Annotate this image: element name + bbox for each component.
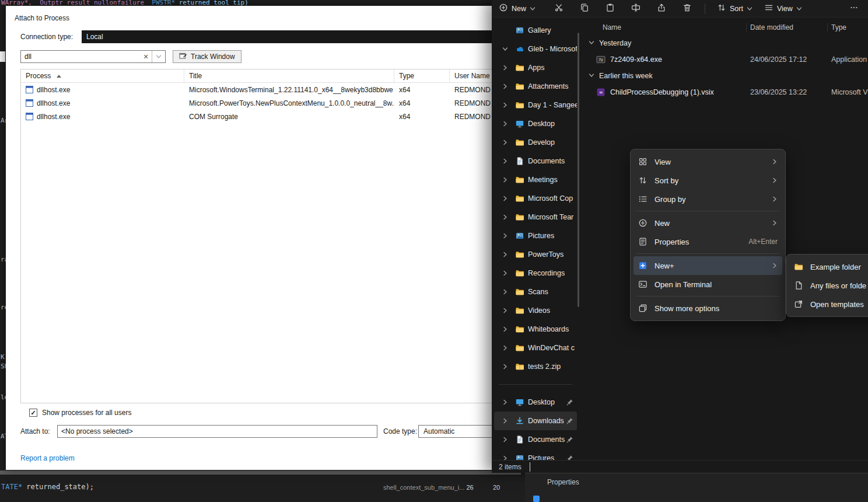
new-button[interactable]: New (499, 3, 536, 14)
sidebar-item-develop[interactable]: Develop (494, 133, 577, 152)
copy-button[interactable] (573, 3, 596, 14)
chevron-down-icon[interactable] (502, 46, 510, 52)
chevron-right-icon[interactable] (502, 399, 510, 405)
file-groups: Yesterday 7z 7z2409-x64.exe 24/06/2025 1… (583, 35, 868, 100)
sidebar-item-scans[interactable]: Scans (494, 283, 577, 301)
process-table-header[interactable]: Process Title Type User Name (21, 69, 568, 83)
chevron-right-icon[interactable] (502, 121, 510, 127)
rename-button[interactable] (624, 3, 648, 14)
sidebar-item-videos[interactable]: Videos (494, 301, 577, 320)
sidebar-item-documents[interactable]: Documents (494, 152, 577, 170)
sort-button[interactable]: Sort (711, 3, 758, 14)
sidebar-item-documents[interactable]: Documents (494, 430, 577, 449)
clear-filter-icon[interactable]: ✕ (140, 53, 152, 61)
sidebar-item-windevchat-c[interactable]: WinDevChat c (494, 339, 577, 357)
menu-item-new[interactable]: New+ (634, 256, 782, 275)
sidebar-item-tests-2-zip[interactable]: tests 2.zip (494, 357, 577, 376)
connection-type-row: Connection type: Local (20, 30, 569, 43)
sidebar-item-gleb-microsoft[interactable]: Gleb - Microsoft (494, 40, 577, 58)
sidebar-item-day-1-sangee[interactable]: Day 1 - Sangee (494, 96, 577, 114)
process-filter-input[interactable]: dll ✕ (20, 50, 166, 63)
column-process[interactable]: Process (21, 69, 184, 82)
sidebar-item-whiteboards[interactable]: Whiteboards (494, 320, 577, 339)
sort-button-label: Sort (730, 5, 743, 13)
share-button[interactable] (650, 3, 673, 14)
process-row[interactable]: dllhost.exe Microsoft.PowerToys.NewPlusC… (21, 96, 568, 110)
menu-item-group-by[interactable]: Group by (634, 190, 782, 208)
show-all-users-checkbox[interactable]: ✓ (29, 409, 37, 417)
column-type[interactable]: Type (394, 69, 450, 82)
sidebar-item-pictures[interactable]: Pictures (494, 226, 577, 245)
menu-item-sort-by[interactable]: Sort by (634, 171, 782, 190)
attach-to-input[interactable]: <No process selected> (57, 425, 377, 438)
chevron-right-icon[interactable] (502, 252, 510, 257)
menu-item-open-in-terminal[interactable]: Open in Terminal (634, 275, 782, 294)
group-header-yesterday[interactable]: Yesterday (583, 35, 868, 51)
sidebar-item-desktop[interactable]: Desktop (494, 114, 577, 133)
chevron-right-icon[interactable] (502, 437, 510, 442)
file-row-7z2409-x64-exe[interactable]: 7z 7z2409-x64.exe 24/06/2025 17:12 Appli… (583, 51, 868, 68)
chevron-right-icon[interactable] (502, 270, 510, 276)
chevron-down-icon[interactable] (589, 72, 594, 80)
sidebar-item-attachments[interactable]: Attachments (494, 77, 577, 96)
chevron-right-icon[interactable] (502, 364, 510, 369)
group-header-earlier-this-week[interactable]: Earlier this week (583, 68, 868, 84)
sidebar-item-desktop[interactable]: Desktop (494, 393, 577, 412)
chevron-right-icon[interactable] (502, 308, 510, 313)
menu-item-any-files-or-folde[interactable]: Any files or folde (789, 276, 868, 295)
sidebar-item-apps[interactable]: Apps (494, 58, 577, 77)
menu-separator (636, 253, 779, 254)
sidebar-scrollbar[interactable] (578, 33, 579, 307)
chevron-right-icon[interactable] (502, 158, 510, 164)
chevron-right-icon[interactable] (502, 83, 510, 89)
menu-item-properties[interactable]: Properties Alt+Enter (634, 232, 782, 251)
more-button[interactable] (849, 3, 859, 14)
codelens-reference[interactable]: shell_context_sub_menu_i... 26 (383, 484, 474, 491)
chevron-right-icon[interactable] (502, 289, 510, 295)
paste-button[interactable] (598, 3, 622, 14)
sidebar-item-downloads[interactable]: Downloads (494, 412, 577, 430)
editor-hscrollbar[interactable] (0, 470, 521, 475)
chevron-right-icon[interactable] (502, 233, 510, 239)
sidebar-item-pictures[interactable]: Pictures (494, 449, 577, 460)
sidebar-item-microsoft-cop[interactable]: Microsoft Cop (494, 189, 577, 208)
chevron-right-icon[interactable] (502, 418, 510, 424)
column-header-type[interactable]: Type (831, 23, 868, 32)
chevron-right-icon[interactable] (502, 196, 510, 201)
report-problem-link[interactable]: Report a problem (20, 454, 75, 462)
sidebar-item-gallery[interactable]: Gallery (494, 21, 577, 40)
sidebar-item-microsoft-tear[interactable]: Microsoft Tear (494, 208, 577, 226)
track-window-button[interactable]: Track Window (173, 50, 242, 63)
process-row[interactable]: dllhost.exe Microsoft.WindowsTerminal_1.… (21, 83, 568, 96)
chevron-right-icon[interactable] (502, 345, 510, 351)
chevron-right-icon[interactable] (502, 102, 510, 108)
file-row-childprocessdebugging-1-vsix[interactable]: ∞ ChildProcessDebugging (1).vsix 23/06/2… (583, 84, 868, 100)
column-title[interactable]: Title (184, 69, 394, 82)
more-options-icon (638, 304, 648, 313)
column-header-date-modified[interactable]: Date modified (750, 23, 831, 32)
sidebar-item-meetings[interactable]: Meetings (494, 170, 577, 189)
view-button[interactable]: View (758, 3, 808, 14)
chevron-down-icon[interactable] (152, 54, 165, 60)
sidebar-item-powertoys[interactable]: PowerToys (494, 245, 577, 264)
process-row[interactable]: dllhost.exe COM Surrogate x64 REDMOND (21, 110, 568, 123)
chevron-right-icon[interactable] (502, 140, 510, 145)
chevron-down-icon[interactable] (589, 39, 594, 47)
menu-item-open-templates[interactable]: Open templates (789, 295, 868, 313)
cut-button[interactable] (547, 3, 570, 14)
menu-item-show-more-options[interactable]: Show more options (634, 299, 782, 318)
column-header-name[interactable]: Name (583, 23, 750, 32)
menu-item-view[interactable]: View (634, 152, 782, 171)
sidebar-item-recordings[interactable]: Recordings (494, 264, 577, 283)
menu-item-example-folder[interactable]: Example folder (789, 257, 868, 276)
delete-button[interactable] (676, 3, 699, 14)
menu-item-new[interactable]: New (634, 214, 782, 232)
chevron-right-icon[interactable] (502, 65, 510, 71)
pin-icon (566, 399, 573, 406)
chevron-right-icon[interactable] (502, 177, 510, 183)
sidebar-item-label: Videos (528, 306, 577, 315)
chevron-right-icon[interactable] (502, 214, 510, 220)
chevron-right-icon[interactable] (502, 326, 510, 332)
process-rows: dllhost.exe Microsoft.WindowsTerminal_1.… (21, 83, 568, 123)
chevron-right-icon[interactable] (502, 455, 510, 460)
